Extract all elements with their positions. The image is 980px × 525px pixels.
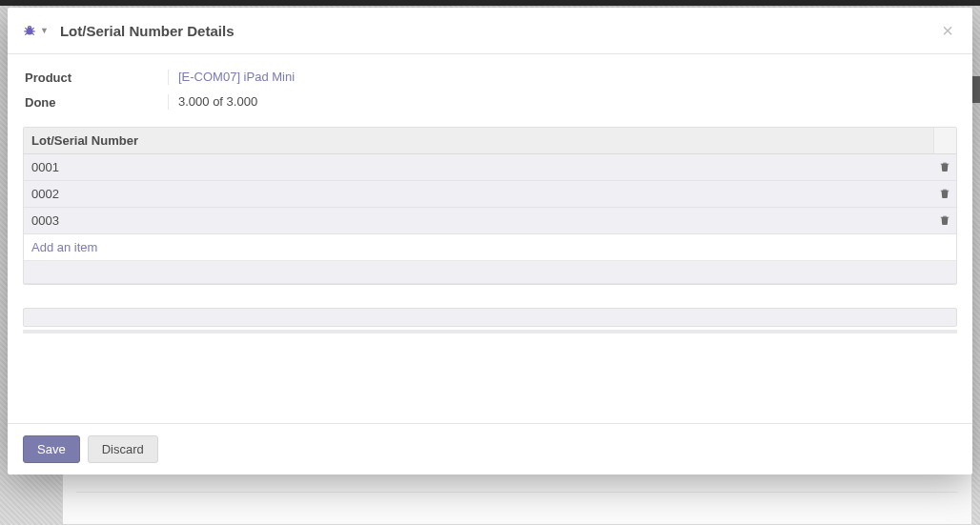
delete-row-button[interactable] (937, 212, 952, 228)
add-item-row: Add an item (24, 234, 956, 261)
list-spacer (24, 261, 956, 284)
lot-serial-modal: ▼ Lot/Serial Number Details × Product [E… (8, 8, 972, 475)
close-button[interactable]: × (938, 21, 957, 40)
serial-cell[interactable]: 0001 (24, 154, 933, 180)
table-row[interactable]: 0002 (24, 181, 956, 208)
footer-strip (23, 308, 957, 327)
trash-icon (939, 161, 950, 172)
trash-icon (939, 214, 950, 226)
form-rows: Product [E-COM07] iPad Mini Done 3.000 o… (25, 70, 957, 110)
product-link[interactable]: [E-COM07] iPad Mini (178, 70, 295, 84)
trash-icon (939, 188, 950, 199)
footer-strip-accent (23, 330, 957, 333)
col-actions (933, 128, 956, 153)
done-label: Done (25, 94, 168, 110)
table-row[interactable]: 0001 (24, 154, 956, 181)
product-label: Product (25, 70, 168, 85)
debug-icon[interactable] (23, 24, 36, 37)
modal-body: Product [E-COM07] iPad Mini Done 3.000 o… (8, 54, 972, 423)
serial-cell[interactable]: 0003 (24, 208, 933, 233)
discard-button[interactable]: Discard (88, 435, 158, 463)
done-value: 3.000 of 3.000 (168, 94, 957, 110)
modal-footer: Save Discard (8, 423, 972, 475)
modal-title: Lot/Serial Number Details (60, 23, 235, 39)
table-row[interactable]: 0003 (24, 208, 956, 234)
save-button[interactable]: Save (23, 435, 80, 463)
svg-point-0 (27, 28, 33, 34)
delete-row-button[interactable] (937, 159, 952, 174)
col-serial[interactable]: Lot/Serial Number (24, 128, 933, 153)
debug-caret-icon[interactable]: ▼ (40, 26, 49, 35)
delete-row-button[interactable] (937, 186, 952, 201)
list-header: Lot/Serial Number (24, 128, 956, 154)
serial-cell[interactable]: 0002 (24, 181, 933, 207)
serial-list: Lot/Serial Number 0001 0002 (23, 127, 957, 285)
add-item-link[interactable]: Add an item (24, 234, 105, 260)
modal-header: ▼ Lot/Serial Number Details × (8, 8, 972, 54)
